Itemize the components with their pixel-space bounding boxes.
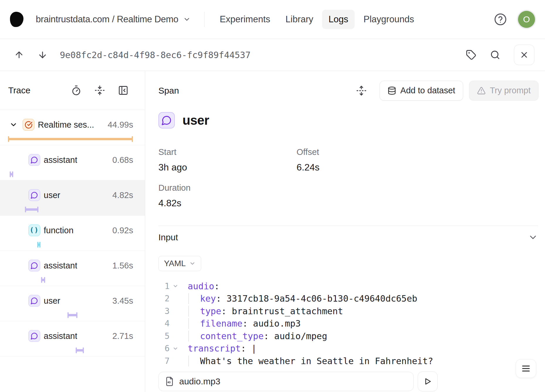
nav-item-logs[interactable]: Logs bbox=[322, 10, 355, 29]
chevron-down-icon bbox=[189, 260, 196, 267]
next-arrow-down-icon[interactable] bbox=[38, 50, 48, 60]
chat-bubble-icon bbox=[28, 295, 40, 307]
audio-file-icon bbox=[165, 376, 175, 386]
fold-chevron-icon[interactable] bbox=[170, 308, 181, 314]
span-row-name: assistant bbox=[44, 261, 77, 271]
span-row-duration: 44.99s bbox=[108, 120, 133, 130]
function-icon: () bbox=[28, 224, 40, 236]
line-number: 1 bbox=[158, 281, 170, 291]
trace-id: 9e08fc2d-c84d-4f98-8ec6-fc9f89f44537 bbox=[60, 50, 251, 60]
timeline-bar bbox=[37, 242, 40, 248]
help-icon[interactable] bbox=[494, 13, 507, 26]
code-line: 7 What's the weather in Seattle in Fahre… bbox=[158, 355, 545, 367]
timeline-bar bbox=[10, 171, 13, 177]
span-row-duration: 0.92s bbox=[112, 226, 133, 235]
span-row-duration: 1.56s bbox=[112, 261, 133, 271]
span-header: Span Add to dataset Try prompt bbox=[158, 71, 545, 110]
format-select[interactable]: YAML bbox=[158, 256, 201, 271]
menu-button[interactable] bbox=[516, 359, 536, 378]
span-row-duration: 3.45s bbox=[112, 296, 133, 306]
span-row-duration: 4.82s bbox=[112, 190, 133, 200]
fold-chevron-icon[interactable] bbox=[170, 283, 181, 289]
span-row-name: assistant bbox=[44, 155, 77, 165]
start-value: 3h ago bbox=[158, 161, 297, 173]
trace-tree-row[interactable]: user 4.82s bbox=[0, 180, 145, 216]
collapse-input-chevron-icon[interactable] bbox=[528, 232, 538, 242]
timer-icon[interactable] bbox=[71, 85, 82, 96]
span-row-name: assistant bbox=[44, 331, 77, 341]
timeline-bar bbox=[25, 207, 38, 212]
expand-vertical-icon[interactable] bbox=[356, 85, 367, 96]
line-number: 5 bbox=[158, 331, 170, 341]
add-to-dataset-button[interactable]: Add to dataset bbox=[380, 81, 463, 101]
timeline-bar bbox=[67, 312, 77, 318]
nav-divider bbox=[204, 12, 204, 27]
chat-bubble-icon bbox=[28, 330, 40, 342]
fold-chevron-icon[interactable] bbox=[170, 346, 181, 352]
avatar[interactable]: O bbox=[518, 11, 535, 28]
nav-item-playgrounds[interactable]: Playgrounds bbox=[357, 10, 420, 29]
code-line: 1 audio: bbox=[158, 280, 545, 293]
format-select-value: YAML bbox=[164, 259, 186, 268]
span-title: Span bbox=[158, 86, 179, 96]
timeline-bar bbox=[76, 347, 84, 353]
top-nav: braintrustdata.com / Realtime Demo Exper… bbox=[0, 0, 545, 39]
start-label: Start bbox=[158, 147, 297, 157]
trace-tree-row[interactable]: assistant 0.68s bbox=[0, 145, 145, 180]
collapse-vertical-icon[interactable] bbox=[94, 85, 105, 96]
trace-toolbar: 9e08fc2d-c84d-4f98-8ec6-fc9f89f44537 bbox=[0, 39, 545, 71]
span-row-name: Realtime ses... bbox=[38, 120, 94, 130]
search-icon[interactable] bbox=[490, 50, 500, 60]
span-row-duration: 0.68s bbox=[112, 155, 133, 165]
duration-value: 4.82s bbox=[158, 197, 297, 209]
input-section-label: Input bbox=[158, 232, 178, 242]
breadcrumb[interactable]: braintrustdata.com / Realtime Demo bbox=[36, 14, 178, 25]
play-audio-button[interactable] bbox=[418, 371, 438, 391]
session-check-icon bbox=[23, 119, 34, 131]
fold-chevron-icon[interactable] bbox=[170, 321, 181, 327]
span-panel: Span Add to dataset Try prompt bbox=[145, 71, 545, 392]
trace-tree-row[interactable]: () function 0.92s bbox=[0, 216, 145, 251]
line-number: 3 bbox=[158, 306, 170, 316]
fold-chevron-icon[interactable] bbox=[170, 333, 181, 339]
database-icon bbox=[387, 86, 396, 95]
code-line: 5 content_type: audio/mpeg bbox=[158, 330, 545, 342]
try-prompt-button[interactable]: Try prompt bbox=[469, 81, 539, 101]
trace-title: Trace bbox=[8, 85, 31, 95]
yaml-code-block[interactable]: 1 audio: 2 key: 3317cb18-9a54-4c06-b130-… bbox=[158, 280, 545, 367]
close-button[interactable] bbox=[514, 45, 534, 65]
prev-arrow-up-icon[interactable] bbox=[14, 50, 24, 60]
trace-tree: Realtime ses... 44.99s assistant 0.68s u… bbox=[0, 110, 145, 356]
fold-chevron-icon[interactable] bbox=[170, 296, 181, 302]
nav-item-library[interactable]: Library bbox=[279, 10, 320, 29]
chevron-down-icon[interactable] bbox=[183, 16, 191, 23]
chevron-down-icon[interactable] bbox=[9, 121, 18, 129]
tag-icon[interactable] bbox=[466, 50, 476, 60]
code-line: 6 transcript: | bbox=[158, 342, 545, 355]
timeline-bar bbox=[41, 277, 45, 283]
duration-label: Duration bbox=[158, 183, 297, 193]
nav-right-group: O bbox=[494, 11, 535, 28]
try-prompt-label: Try prompt bbox=[490, 86, 531, 95]
chat-bubble-icon bbox=[28, 154, 40, 166]
span-row-duration: 2.71s bbox=[112, 331, 133, 341]
trace-tree-row[interactable]: Realtime ses... 44.99s bbox=[0, 110, 145, 145]
attachment-chip[interactable]: audio.mp3 bbox=[158, 372, 414, 391]
trace-tree-row[interactable]: assistant 2.71s bbox=[0, 321, 145, 356]
chat-bubble-icon bbox=[28, 260, 40, 271]
collapse-panel-icon[interactable] bbox=[118, 85, 128, 96]
trace-sidebar: Trace Realtime ses... 44.99s bbox=[0, 71, 145, 392]
brand-logo[interactable] bbox=[10, 12, 23, 27]
line-number: 7 bbox=[158, 356, 170, 366]
fold-chevron-icon[interactable] bbox=[170, 358, 181, 364]
play-icon bbox=[423, 377, 432, 386]
nav-item-experiments[interactable]: Experiments bbox=[213, 10, 277, 29]
code-line: 3 type: braintrust_attachment bbox=[158, 305, 545, 317]
trace-tree-row[interactable]: user 3.45s bbox=[0, 286, 145, 321]
timeline-bar bbox=[8, 136, 133, 142]
trace-tree-row[interactable]: assistant 1.56s bbox=[0, 251, 145, 286]
chat-bubble-icon bbox=[28, 189, 40, 201]
add-to-dataset-label: Add to dataset bbox=[400, 86, 455, 95]
span-row-name: user bbox=[44, 190, 60, 200]
span-name: user bbox=[182, 113, 209, 128]
